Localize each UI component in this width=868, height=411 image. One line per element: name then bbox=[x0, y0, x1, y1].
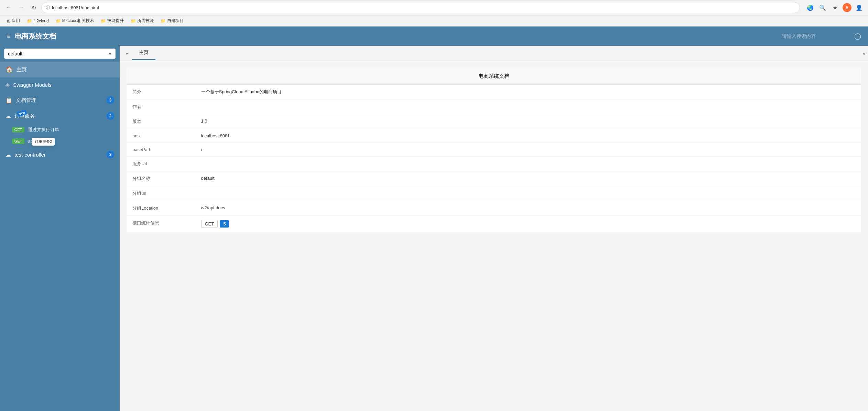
main-content: default 🏠 主页 ◈ Swagger Models 📋 文档管理 3 ☁ bbox=[0, 46, 868, 411]
api-item-0[interactable]: GET 通过并执行订单 bbox=[0, 124, 120, 136]
tab-arrow-left[interactable]: « bbox=[122, 49, 132, 58]
bookmark-label-3: 技能提升 bbox=[107, 18, 124, 24]
row-label-5: 服务Url bbox=[127, 157, 196, 171]
row-value-2: 1.0 bbox=[196, 114, 861, 129]
stats-count: 5 bbox=[220, 220, 229, 228]
home-icon: 🏠 bbox=[6, 66, 13, 73]
sidebar-item-home[interactable]: 🏠 主页 bbox=[0, 62, 120, 77]
tab-arrow-right[interactable]: » bbox=[862, 51, 865, 56]
doc-mgmt-badge: 3 bbox=[107, 96, 114, 104]
bookmark-skills-needed[interactable]: 📁 所需技能 bbox=[128, 17, 156, 25]
bookmark-label-4: 所需技能 bbox=[137, 18, 154, 24]
stats-get-label: GET bbox=[201, 220, 218, 228]
bookmark-label-1: fit2cloud bbox=[33, 19, 49, 23]
row-label-8: 分组Location bbox=[127, 201, 196, 216]
sidebar-item-order-service[interactable]: ☁ 订单服务 New 2 bbox=[0, 108, 120, 124]
row-value-8: /v2/api-docs bbox=[196, 201, 861, 216]
sidebar-label-doc-mgmt: 文档管理 bbox=[16, 97, 36, 104]
browser-toolbar: ← → ↻ ⓘ localhost:8081/doc.html 🌏 🔍 ★ A … bbox=[0, 0, 868, 15]
row-value-1 bbox=[196, 99, 861, 114]
table-header-row: 电商系统文档 bbox=[127, 68, 861, 85]
content-body: 电商系统文档 简介 一个基于SpringCloud Alibaba的电商项目 作… bbox=[120, 61, 868, 411]
apps-label: 应用 bbox=[12, 18, 20, 24]
get-method-0: GET bbox=[12, 127, 24, 133]
folder-icon-1: 📁 bbox=[27, 19, 32, 23]
table-row: host localhost:8081 bbox=[127, 129, 861, 143]
table-row: 简介 一个基于SpringCloud Alibaba的电商项目 bbox=[127, 85, 861, 99]
forward-button[interactable]: → bbox=[17, 3, 26, 12]
tabs-bar: « 主页 » bbox=[120, 46, 868, 61]
swagger-icon: ◈ bbox=[6, 82, 10, 88]
folder-icon-2: 📁 bbox=[56, 19, 61, 23]
table-row: 分组名称 default bbox=[127, 171, 861, 186]
table-row: 分组Location /v2/api-docs bbox=[127, 201, 861, 216]
api-path-0: 通过并执行订单 bbox=[28, 127, 59, 133]
order-cloud-icon: ☁ bbox=[6, 113, 11, 119]
sidebar: default 🏠 主页 ◈ Swagger Models 📋 文档管理 3 ☁ bbox=[0, 46, 120, 411]
reload-button[interactable]: ↻ bbox=[29, 3, 39, 12]
app-header: ≡ 电商系统文档 ◯ bbox=[0, 27, 868, 46]
row-label-3: host bbox=[127, 129, 196, 143]
order-badge: 2 bbox=[107, 112, 114, 120]
zoom-button[interactable]: 🔍 bbox=[818, 3, 827, 12]
app-header-right: ◯ bbox=[782, 32, 861, 40]
back-button[interactable]: ← bbox=[4, 3, 14, 12]
sidebar-label-home: 主页 bbox=[17, 66, 27, 73]
row-label-9: 接口统计信息 bbox=[127, 216, 196, 232]
bookmark-fit2cloud[interactable]: 📁 fit2cloud bbox=[24, 18, 52, 24]
content-area: « 主页 » 电商系统文档 简介 一个基于SpringCloud Alibaba… bbox=[120, 46, 868, 411]
api-item-1[interactable]: GET appl... 订单服务2 bbox=[0, 136, 120, 147]
sidebar-select[interactable]: default bbox=[4, 49, 116, 59]
search-input[interactable] bbox=[782, 33, 851, 39]
get-method-1: GET bbox=[12, 138, 24, 144]
table-row: 版本 1.0 bbox=[127, 114, 861, 129]
address-bar: ⓘ localhost:8081/doc.html bbox=[41, 2, 800, 13]
tooltip-order-service: 订单服务2 bbox=[32, 138, 55, 146]
browser-chrome: ← → ↻ ⓘ localhost:8081/doc.html 🌏 🔍 ★ A … bbox=[0, 0, 868, 27]
profile-button[interactable]: 👤 bbox=[854, 3, 864, 12]
tab-home[interactable]: 主页 bbox=[132, 46, 155, 60]
bookmark-fit2cloud-tech[interactable]: 📁 fit2cloud相关技术 bbox=[53, 17, 97, 25]
sidebar-item-swagger[interactable]: ◈ Swagger Models bbox=[0, 77, 120, 92]
bookmark-button[interactable]: ★ bbox=[830, 3, 840, 12]
app-container: ≡ 电商系统文档 ◯ default 🏠 主页 ◈ Swagger Models bbox=[0, 27, 868, 411]
table-row: 分组url bbox=[127, 186, 861, 201]
doc-icon: 📋 bbox=[6, 97, 12, 104]
translate-button[interactable]: 🌏 bbox=[805, 3, 815, 12]
row-label-4: basePath bbox=[127, 143, 196, 157]
bookmark-label-5: 自建项目 bbox=[167, 18, 184, 24]
table-row: basePath / bbox=[127, 143, 861, 157]
bookmark-self-project[interactable]: 📁 自建项目 bbox=[158, 17, 186, 25]
bookmarks-bar: ⊞ 应用 📁 fit2cloud 📁 fit2cloud相关技术 📁 技能提升 … bbox=[0, 15, 868, 26]
folder-icon-4: 📁 bbox=[131, 19, 136, 23]
browser-actions: 🌏 🔍 ★ A 👤 bbox=[805, 3, 864, 12]
stats-badge-group: GET 5 bbox=[201, 220, 229, 228]
test-cloud-icon: ☁ bbox=[6, 151, 11, 158]
row-value-0: 一个基于SpringCloud Alibaba的电商项目 bbox=[196, 85, 861, 99]
row-value-6: default bbox=[196, 171, 861, 186]
sidebar-item-test-controller[interactable]: ☁ test-controller 3 bbox=[0, 147, 120, 162]
sidebar-label-test-controller: test-controller bbox=[14, 152, 46, 158]
row-value-3: localhost:8081 bbox=[196, 129, 861, 143]
info-table: 电商系统文档 简介 一个基于SpringCloud Alibaba的电商项目 作… bbox=[127, 68, 861, 232]
bookmark-label-2: fit2cloud相关技术 bbox=[62, 18, 94, 24]
lock-icon: ⓘ bbox=[46, 5, 50, 11]
url-text: localhost:8081/doc.html bbox=[52, 5, 795, 10]
test-controller-badge: 3 bbox=[107, 151, 114, 158]
row-label-1: 作者 bbox=[127, 99, 196, 114]
search-icon[interactable]: ◯ bbox=[854, 32, 861, 40]
bookmark-apps[interactable]: ⊞ 应用 bbox=[4, 17, 23, 25]
row-value-stats: GET 5 bbox=[196, 216, 861, 232]
sidebar-item-doc-mgmt[interactable]: 📋 文档管理 3 bbox=[0, 92, 120, 108]
apps-icon: ⊞ bbox=[7, 19, 10, 23]
row-label-0: 简介 bbox=[127, 85, 196, 99]
bookmark-skills-improve[interactable]: 📁 技能提升 bbox=[98, 17, 127, 25]
row-label-6: 分组名称 bbox=[127, 171, 196, 186]
extensions-button[interactable]: A bbox=[843, 3, 851, 12]
table-title: 电商系统文档 bbox=[127, 68, 861, 85]
table-row: 服务Url bbox=[127, 157, 861, 171]
hamburger-icon[interactable]: ≡ bbox=[7, 33, 11, 40]
row-value-4: / bbox=[196, 143, 861, 157]
table-row-stats: 接口统计信息 GET 5 bbox=[127, 216, 861, 232]
row-label-7: 分组url bbox=[127, 186, 196, 201]
